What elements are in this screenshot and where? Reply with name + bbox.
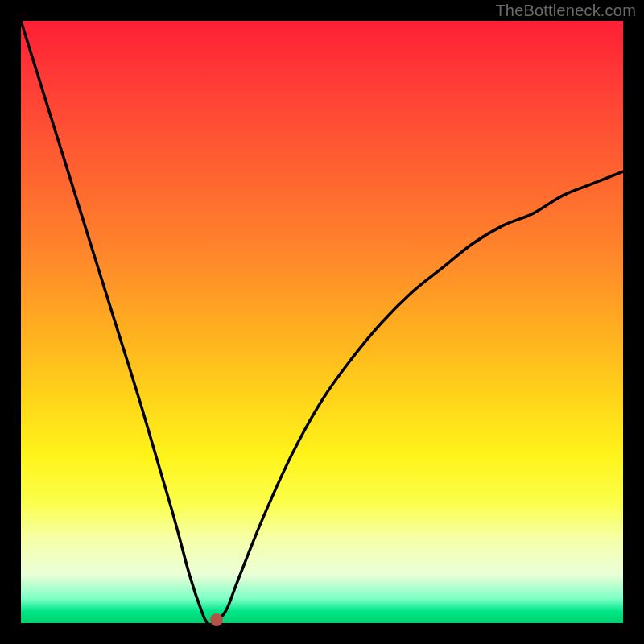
attribution-label: TheBottleneck.com	[495, 2, 636, 20]
plot-area	[21, 21, 623, 623]
curve-path	[21, 21, 623, 623]
marker-dot	[210, 613, 223, 626]
chart-frame: TheBottleneck.com	[0, 0, 644, 644]
curve-svg	[21, 21, 623, 623]
